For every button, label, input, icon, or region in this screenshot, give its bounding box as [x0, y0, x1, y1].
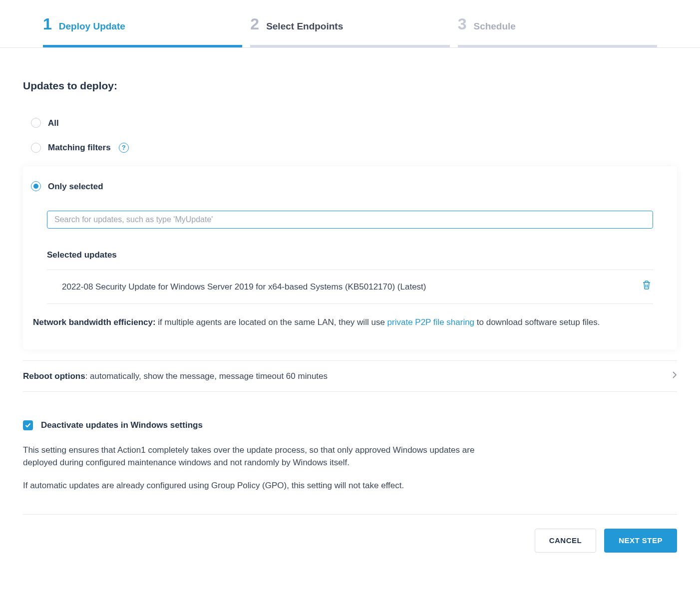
info-bold: Network bandwidth efficiency: [33, 317, 156, 327]
reboot-options-row[interactable]: Reboot options: automatically, show the … [23, 360, 677, 392]
step-number: 1 [43, 12, 52, 36]
deactivate-updates-section: Deactivate updates in Windows settings T… [23, 392, 677, 515]
network-bandwidth-info: Network bandwidth efficiency: if multipl… [31, 316, 669, 329]
radio-option-all[interactable]: All [23, 111, 677, 136]
wizard-stepper: 1 Deploy Update 2 Select Endpoints 3 Sch… [0, 0, 700, 48]
radio-icon [31, 143, 41, 153]
next-step-button[interactable]: NEXT STEP [604, 529, 677, 553]
only-selected-panel: Only selected Selected updates 2022-08 S… [23, 166, 677, 349]
selected-updates-heading: Selected updates [47, 249, 653, 262]
step-number: 3 [458, 12, 467, 36]
wizard-footer: CANCEL NEXT STEP [23, 515, 677, 583]
radio-option-only-selected[interactable]: Only selected [31, 174, 669, 199]
updates-scope-group: All Matching filters ? Only selected Sel… [23, 111, 677, 349]
step-select-endpoints[interactable]: 2 Select Endpoints [250, 12, 449, 47]
deactivate-desc-2: If automatic updates are already configu… [23, 479, 502, 492]
radio-label: Matching filters [48, 141, 111, 154]
step-deploy-update[interactable]: 1 Deploy Update [43, 12, 242, 47]
help-icon[interactable]: ? [119, 143, 129, 153]
selected-updates-list: 2022-08 Security Update for Windows Serv… [47, 270, 653, 305]
radio-icon [31, 181, 41, 191]
radio-label: Only selected [48, 180, 103, 193]
radio-option-matching-filters[interactable]: Matching filters ? [23, 135, 677, 160]
reboot-options-summary: : automatically, show the message, messa… [85, 371, 328, 381]
radio-label: All [48, 117, 59, 130]
deactivate-updates-checkbox-row[interactable]: Deactivate updates in Windows settings [23, 419, 677, 432]
step-label: Select Endpoints [266, 19, 343, 34]
info-text-after: to download software setup files. [474, 317, 600, 327]
chevron-right-icon [672, 370, 677, 383]
deactivate-updates-label: Deactivate updates in Windows settings [41, 419, 203, 432]
section-title: Updates to deploy: [23, 78, 677, 94]
info-text: if multiple agents are located on the sa… [156, 317, 387, 327]
checkbox-checked-icon [23, 420, 33, 430]
p2p-link[interactable]: private P2P file sharing [387, 317, 475, 327]
radio-icon [31, 118, 41, 128]
step-label: Schedule [473, 19, 515, 34]
update-name: 2022-08 Security Update for Windows Serv… [62, 281, 426, 294]
deactivate-desc-1: This setting ensures that Action1 comple… [23, 444, 502, 469]
reboot-options-label: Reboot options [23, 371, 85, 381]
step-schedule[interactable]: 3 Schedule [458, 12, 657, 47]
step-number: 2 [250, 12, 259, 36]
cancel-button[interactable]: CANCEL [535, 529, 597, 553]
selected-update-row: 2022-08 Security Update for Windows Serv… [47, 270, 653, 305]
remove-update-button[interactable] [640, 278, 653, 296]
step-label: Deploy Update [59, 19, 125, 34]
trash-icon [642, 280, 651, 294]
search-updates-input[interactable] [47, 211, 653, 229]
